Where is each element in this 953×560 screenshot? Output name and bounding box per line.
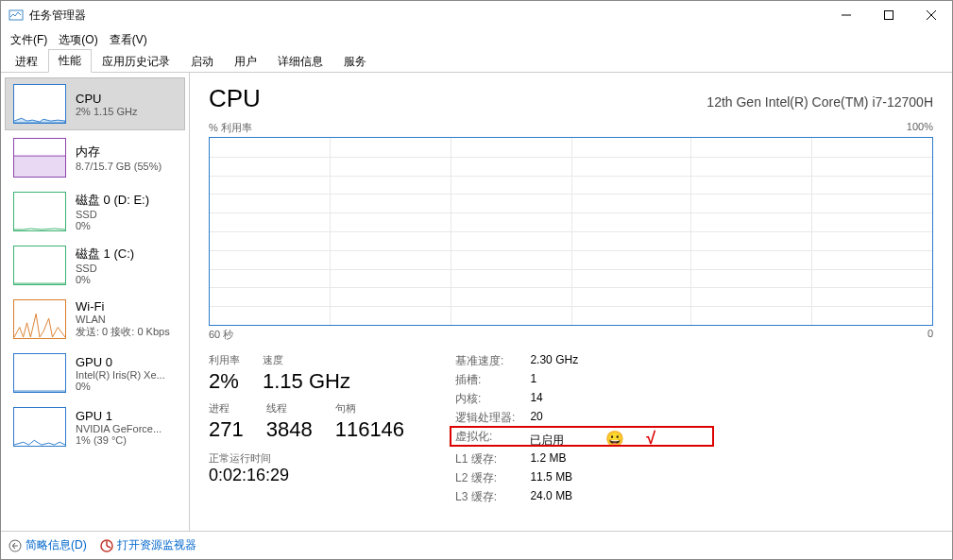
tab-details[interactable]: 详细信息 [267,50,333,73]
sidebar-item-sub: Intel(R) Iris(R) Xe... [76,369,177,381]
sidebar-item-sub: SSD [76,209,177,220]
stat-util-label: 利用率 [209,353,240,367]
disk1-mini-chart [13,246,66,285]
spec-sockets-v: 1 [530,372,655,388]
spec-logical-v: 20 [530,410,655,426]
detail-pane: CPU 12th Gen Intel(R) Core(TM) i7-12700H… [190,73,952,531]
sidebar-item-sub2: 1% (39 °C) [76,434,177,446]
stat-proc-label: 进程 [209,401,244,416]
sidebar-item-label: GPU 0 [76,355,177,369]
window-controls [825,1,952,29]
sidebar-item-label: Wi-Fi [76,299,177,314]
stat-speed-value: 1.15 GHz [263,369,350,394]
smiley-icon: 😀 [605,431,624,447]
window-title: 任务管理器 [29,8,825,24]
sidebar-item-sub: 2% 1.15 GHz [76,106,177,117]
stat-proc-value: 271 [209,417,244,442]
spec-cores-v: 14 [530,391,655,407]
svg-rect-2 [884,11,893,20]
stat-handle-value: 116146 [335,417,404,442]
stat-thread-label: 线程 [266,401,313,416]
sidebar-item-label: CPU [76,92,177,106]
chart-label-topright: 100% [907,121,933,135]
sidebar-item-sub: 8.7/15.7 GB (55%) [76,161,177,172]
sidebar-item-label: 内存 [76,144,177,161]
gpu1-mini-chart [13,407,66,447]
sidebar-item-disk0[interactable]: 磁盘 0 (D: E:) SSD 0% [5,185,185,238]
spec-l1-v: 1.2 MB [530,451,655,467]
content-area: CPU 2% 1.15 GHz 内存 8.7/15.7 GB (55%) 磁盘 … [1,73,952,531]
spec-sockets-k: 插槽: [455,372,515,388]
spec-logical-k: 逻辑处理器: [455,410,515,426]
sidebar-item-sub2: 发送: 0 接收: 0 Kbps [76,325,177,339]
detail-subtitle: 12th Gen Intel(R) Core(TM) i7-12700H [706,94,933,110]
spec-virt-k: 虚拟化: [455,429,515,449]
tab-services[interactable]: 服务 [333,50,377,73]
spec-virt-v: 已启用 😀 √ [530,429,655,449]
spec-l1-k: L1 缓存: [455,451,515,467]
stat-util-value: 2% [209,369,240,394]
cpu-spec-grid: 基准速度:2.30 GHz 插槽:1 内核:14 逻辑处理器:20 虚拟化: 已… [455,353,655,505]
chart-label-topleft: % 利用率 [209,121,252,135]
sidebar-item-sub2: 0% [76,274,177,285]
spec-basespeed-k: 基准速度: [455,353,515,369]
spec-l3-k: L3 缓存: [455,489,515,505]
tab-users[interactable]: 用户 [224,50,267,73]
spec-l2-k: L2 缓存: [455,470,515,486]
sidebar-item-wifi[interactable]: Wi-Fi WLAN 发送: 0 接收: 0 Kbps [5,293,185,346]
stat-speed-label: 速度 [263,353,350,367]
spec-l3-v: 24.0 MB [530,489,655,505]
detail-title: CPU [209,84,261,113]
sidebar-item-cpu[interactable]: CPU 2% 1.15 GHz [5,77,185,130]
sidebar-item-sub2: 0% [76,381,177,392]
sidebar-item-sub: SSD [76,263,177,274]
app-icon [9,8,24,23]
sidebar-item-label: 磁盘 0 (D: E:) [76,192,177,209]
svg-rect-5 [14,156,65,177]
stat-handle-label: 句柄 [335,401,404,416]
stat-thread-value: 3848 [266,417,313,442]
collapse-icon [9,539,22,552]
tab-performance[interactable]: 性能 [48,49,92,73]
maximize-button[interactable] [867,1,910,29]
statusbar: 简略信息(D) 打开资源监视器 [1,531,952,559]
wifi-mini-chart [13,299,66,339]
spec-basespeed-v: 2.30 GHz [530,353,655,369]
menu-view[interactable]: 查看(V) [104,30,153,50]
tab-startup[interactable]: 启动 [180,50,224,73]
svg-line-11 [107,546,111,548]
open-resmon-link[interactable]: 打开资源监视器 [100,537,196,553]
sidebar-item-disk1[interactable]: 磁盘 1 (C:) SSD 0% [5,239,185,292]
sidebar-item-label: GPU 1 [76,409,177,423]
menu-options[interactable]: 选项(O) [53,30,103,50]
uptime-label: 正常运行时间 [209,451,404,466]
uptime-value: 0:02:16:29 [209,466,404,485]
memory-mini-chart [13,138,66,178]
sidebar-item-memory[interactable]: 内存 8.7/15.7 GB (55%) [5,131,185,184]
sidebar-item-gpu0[interactable]: GPU 0 Intel(R) Iris(R) Xe... 0% [5,347,185,399]
cpu-mini-chart [13,84,66,124]
minimize-button[interactable] [825,1,867,29]
titlebar: 任务管理器 [1,1,952,29]
close-button[interactable] [910,1,952,29]
perf-sidebar[interactable]: CPU 2% 1.15 GHz 内存 8.7/15.7 GB (55%) 磁盘 … [1,73,190,531]
spec-cores-k: 内核: [455,391,515,407]
sidebar-item-sub: WLAN [76,314,177,325]
cpu-chart[interactable] [209,137,933,326]
sidebar-item-label: 磁盘 1 (C:) [76,246,177,263]
sidebar-item-gpu1[interactable]: GPU 1 NVIDIA GeForce... 1% (39 °C) [5,400,185,453]
sidebar-item-sub2: 0% [76,220,177,231]
disk0-mini-chart [13,192,66,231]
sidebar-item-sub: NVIDIA GeForce... [76,423,177,434]
menubar: 文件(F) 选项(O) 查看(V) [1,29,952,50]
menu-file[interactable]: 文件(F) [5,30,53,50]
tab-processes[interactable]: 进程 [5,50,48,73]
brief-info-link[interactable]: 简略信息(D) [9,537,87,553]
spec-l2-v: 11.5 MB [530,470,655,486]
gpu0-mini-chart [13,353,66,393]
resmon-icon [100,539,113,552]
check-icon: √ [646,429,655,448]
tab-bar: 进程 性能 应用历史记录 启动 用户 详细信息 服务 [1,50,952,73]
tab-app-history[interactable]: 应用历史记录 [92,50,180,73]
